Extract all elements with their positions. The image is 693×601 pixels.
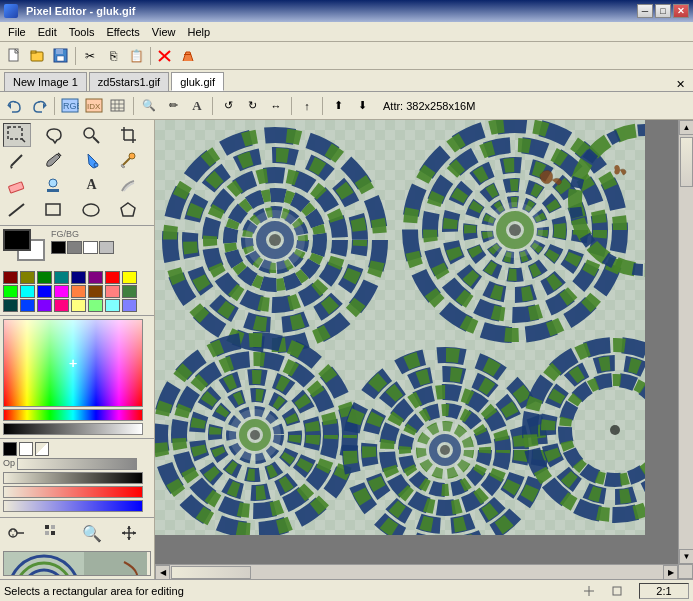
swatch-13[interactable] — [88, 285, 103, 298]
magic-wand-tool[interactable] — [78, 123, 106, 147]
open-button[interactable] — [27, 45, 49, 67]
swatch-10[interactable] — [37, 285, 52, 298]
polygon-tool[interactable] — [115, 198, 143, 222]
paste-button[interactable]: 📋 — [125, 45, 147, 67]
tab-new-image[interactable]: New Image 1 — [4, 72, 87, 91]
line-tool[interactable] — [3, 198, 31, 222]
cut-button[interactable]: ✂ — [79, 45, 101, 67]
scroll-right-arrow[interactable]: ▶ — [663, 565, 678, 580]
move-down[interactable]: ⬇ — [351, 95, 373, 117]
swatch-17[interactable] — [20, 299, 35, 312]
preview-thumbnail[interactable] — [3, 551, 151, 576]
swatch-22[interactable] — [105, 299, 120, 312]
swatch-7[interactable] — [122, 271, 137, 284]
new-button[interactable] — [4, 45, 26, 67]
swatch-9[interactable] — [20, 285, 35, 298]
hue-bar[interactable] — [3, 409, 143, 421]
scroll-thumb-v[interactable] — [680, 137, 693, 187]
scrollbar-horizontal[interactable]: ◀ ▶ — [155, 564, 678, 579]
rotate-cw[interactable]: ↻ — [241, 95, 263, 117]
swatch-white[interactable] — [83, 241, 98, 254]
pencil-tool[interactable]: ✏ — [162, 95, 184, 117]
color-mode-2[interactable]: IDX — [83, 95, 105, 117]
image-canvas[interactable] — [155, 120, 645, 535]
flip-h[interactable]: ↔ — [265, 95, 287, 117]
text-tool-2[interactable]: A — [186, 95, 208, 117]
transparent-indicator[interactable] — [35, 442, 49, 456]
swatch-1[interactable] — [20, 271, 35, 284]
copy-button[interactable]: ⎘ — [102, 45, 124, 67]
swatch-11[interactable] — [54, 285, 69, 298]
select-rect-tool[interactable] — [3, 123, 31, 147]
menu-help[interactable]: Help — [181, 24, 216, 40]
fill-tool[interactable] — [78, 148, 106, 172]
swatch-3[interactable] — [54, 271, 69, 284]
crop-tool[interactable] — [115, 123, 143, 147]
tab-gluk[interactable]: gluk.gif — [171, 72, 224, 91]
scroll-up-arrow[interactable]: ▲ — [679, 120, 693, 135]
tab-bar-close[interactable]: ✕ — [672, 78, 689, 91]
scroll-down-arrow[interactable]: ▼ — [679, 549, 693, 564]
ellipse-tool[interactable] — [78, 198, 106, 222]
tab-zd5stars[interactable]: zd5stars1.gif — [89, 72, 169, 91]
save-button[interactable] — [50, 45, 72, 67]
smudge-tool[interactable] — [115, 173, 143, 197]
pattern-tool[interactable] — [40, 521, 68, 545]
swatch-0[interactable] — [3, 271, 18, 284]
grad-bar-red[interactable] — [3, 486, 143, 498]
maximize-button[interactable]: □ — [655, 4, 671, 18]
grad-bar-black[interactable] — [3, 472, 143, 484]
opacity-bar[interactable] — [17, 458, 137, 470]
swatch-15[interactable] — [122, 285, 137, 298]
grid-button[interactable] — [107, 95, 129, 117]
delete-button[interactable] — [154, 45, 176, 67]
move-up[interactable]: ⬆ — [327, 95, 349, 117]
swatch-21[interactable] — [88, 299, 103, 312]
swatch-4[interactable] — [71, 271, 86, 284]
menu-view[interactable]: View — [146, 24, 182, 40]
select-lasso-tool[interactable] — [40, 123, 68, 147]
eyedrop-tool[interactable] — [115, 148, 143, 172]
swatch-14[interactable] — [105, 285, 120, 298]
swatch-19[interactable] — [54, 299, 69, 312]
close-button[interactable]: ✕ — [673, 4, 689, 18]
swatch-16[interactable] — [3, 299, 18, 312]
zoom-in-button[interactable]: 🔍 — [138, 95, 160, 117]
minimize-button[interactable]: ─ — [637, 4, 653, 18]
zoom-tool[interactable]: 🔍 — [78, 521, 106, 545]
swatch-23[interactable] — [122, 299, 137, 312]
fg-color-swatch[interactable] — [3, 229, 31, 251]
fg-color-indicator[interactable] — [3, 442, 17, 456]
redo-button[interactable] — [28, 95, 50, 117]
arrow-up[interactable]: ↑ — [296, 95, 318, 117]
stamp-tool[interactable] — [40, 173, 68, 197]
canvas-area[interactable]: ▲ ▼ ◀ ▶ — [155, 120, 693, 579]
grad-bar-blue[interactable] — [3, 500, 143, 512]
pencil-draw-tool[interactable] — [3, 148, 31, 172]
rect-tool[interactable] — [40, 198, 68, 222]
menu-edit[interactable]: Edit — [32, 24, 63, 40]
menu-tools[interactable]: Tools — [63, 24, 101, 40]
swatch-gray[interactable] — [67, 241, 82, 254]
bg-color-indicator[interactable] — [19, 442, 33, 456]
swatch-20[interactable] — [71, 299, 86, 312]
clear-button[interactable] — [177, 45, 199, 67]
scrollbar-vertical[interactable]: ▲ ▼ — [678, 120, 693, 564]
color-gradient[interactable]: + — [3, 319, 143, 407]
scroll-left-arrow[interactable]: ◀ — [155, 565, 170, 580]
swatch-silver[interactable] — [99, 241, 114, 254]
swatch-black[interactable] — [51, 241, 66, 254]
swatch-8[interactable] — [3, 285, 18, 298]
spray-tool[interactable] — [3, 521, 31, 545]
undo-button[interactable] — [4, 95, 26, 117]
color-mode-1[interactable]: RGB — [59, 95, 81, 117]
swatch-6[interactable] — [105, 271, 120, 284]
pan-tool[interactable] — [115, 521, 143, 545]
brush-tool[interactable] — [40, 148, 68, 172]
swatch-2[interactable] — [37, 271, 52, 284]
eraser-tool[interactable] — [3, 173, 31, 197]
swatch-12[interactable] — [71, 285, 86, 298]
text-tool[interactable]: A — [78, 173, 106, 197]
menu-effects[interactable]: Effects — [100, 24, 145, 40]
brightness-bar[interactable] — [3, 423, 143, 435]
